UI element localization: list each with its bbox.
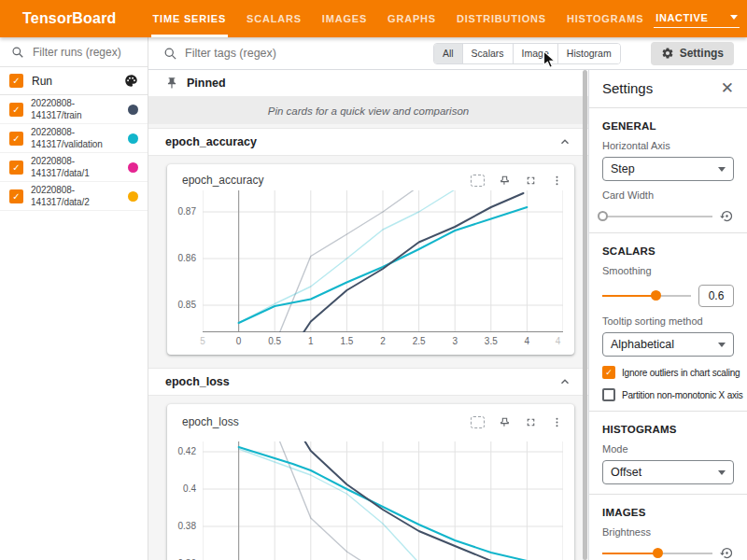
chart-plot-area[interactable] bbox=[203, 441, 563, 560]
runs-filter-input[interactable]: Filter runs (regex) bbox=[33, 46, 121, 59]
ignore-outliers-checkbox[interactable]: ✓ bbox=[602, 366, 615, 379]
card-title: epoch_loss bbox=[182, 415, 239, 428]
fullscreen-icon[interactable] bbox=[525, 175, 537, 187]
partition-x-axis-checkbox[interactable] bbox=[602, 388, 615, 401]
tab-scalars[interactable]: SCALARS bbox=[236, 0, 312, 37]
card-actions bbox=[471, 175, 563, 187]
histogram-mode-select[interactable]: Offset bbox=[602, 460, 734, 484]
right-column: Filter tags (regex) All Scalars Image Hi… bbox=[148, 37, 747, 560]
data-table-toggle-icon[interactable] bbox=[471, 416, 485, 428]
pin-icon[interactable] bbox=[499, 416, 511, 428]
data-table-toggle-icon[interactable] bbox=[471, 175, 485, 187]
filter-chip-scalars[interactable]: Scalars bbox=[462, 44, 513, 63]
run-row[interactable]: ✓ 20220808-141317/data/2 bbox=[0, 182, 148, 211]
kebab-menu-icon[interactable] bbox=[551, 175, 563, 187]
chevron-up-icon[interactable] bbox=[558, 375, 571, 388]
run-name: 20220808-141317/train bbox=[31, 97, 120, 121]
pinned-header: Pinned bbox=[148, 70, 588, 97]
smoothing-slider[interactable] bbox=[602, 289, 691, 302]
close-icon[interactable]: ✕ bbox=[721, 80, 734, 96]
fullscreen-icon[interactable] bbox=[525, 416, 537, 428]
card-width-slider[interactable] bbox=[602, 210, 712, 223]
filter-chip-all[interactable]: All bbox=[434, 44, 462, 63]
select-all-runs-checkbox[interactable]: ✓ bbox=[9, 74, 23, 88]
tooltip-sorting-select[interactable]: Alphabetical bbox=[602, 332, 734, 357]
tags-filter-input[interactable]: Filter tags (regex) bbox=[185, 47, 276, 60]
content-row: Filter runs (regex) ✓ Run ✓ 20220808-141… bbox=[0, 37, 747, 560]
pin-icon[interactable] bbox=[499, 175, 511, 187]
run-row[interactable]: ✓ 20220808-141317/data/1 bbox=[0, 153, 148, 182]
axis-tick-label: 2.5 bbox=[405, 336, 433, 346]
tooltip-sorting-label: Tooltip sorting method bbox=[602, 315, 734, 327]
runs-filter-row: Filter runs (regex) bbox=[0, 37, 148, 67]
section-body: epoch_accuracy 0.850.860.8700.511.522.53… bbox=[148, 156, 588, 368]
tensorboard-app: TensorBoard TIME SERIES SCALARS IMAGES G… bbox=[0, 0, 747, 560]
run-checkbox[interactable]: ✓ bbox=[9, 103, 23, 117]
tab-graphs[interactable]: GRAPHS bbox=[377, 0, 446, 37]
run-row[interactable]: ✓ 20220808-141317/train bbox=[0, 95, 148, 124]
cards-scroll-area: Pinned Pin cards for a quick view and co… bbox=[148, 70, 588, 560]
reset-icon[interactable] bbox=[720, 546, 734, 560]
vertical-scrollbar[interactable] bbox=[583, 70, 587, 560]
run-color-dot bbox=[128, 162, 138, 173]
axis-tick-label: 0.5 bbox=[261, 336, 289, 346]
card-width-row bbox=[602, 209, 734, 223]
axis-tick-label: 0.4 bbox=[167, 483, 196, 494]
settings-button[interactable]: Settings bbox=[651, 42, 734, 65]
axis-tick-label: 0.86 bbox=[167, 253, 196, 263]
line-chart-epoch-loss[interactable]: 0.360.380.40.42 bbox=[167, 432, 574, 560]
chevron-down-icon bbox=[718, 343, 726, 347]
card-header: epoch_accuracy bbox=[167, 164, 574, 189]
reset-icon[interactable] bbox=[720, 209, 734, 223]
chevron-down-icon bbox=[730, 15, 738, 20]
brightness-label: Brightness bbox=[602, 526, 734, 538]
tab-histograms[interactable]: HISTOGRAMS bbox=[557, 0, 654, 37]
run-name: 20220808-141317/data/1 bbox=[31, 155, 120, 179]
run-checkbox[interactable]: ✓ bbox=[9, 161, 23, 175]
run-status-label: INACTIVE bbox=[655, 12, 708, 23]
run-status-select[interactable]: INACTIVE bbox=[654, 10, 740, 28]
chart-plot-area[interactable] bbox=[203, 190, 563, 332]
series-raw-validation bbox=[239, 190, 454, 323]
ignore-outliers-label: Ignore outliers in chart scaling bbox=[622, 368, 740, 378]
scalar-card-epoch-loss: epoch_loss 0.360.380.40.42 bbox=[167, 404, 574, 560]
chevron-down-icon bbox=[718, 470, 726, 475]
ignore-outliers-row[interactable]: ✓ Ignore outliers in chart scaling bbox=[602, 366, 734, 379]
palette-icon[interactable] bbox=[124, 74, 138, 88]
run-checkbox[interactable]: ✓ bbox=[9, 189, 23, 203]
line-chart-epoch-accuracy[interactable]: 0.850.860.8700.511.522.533.5454 bbox=[167, 189, 574, 355]
section-header-epoch-accuracy[interactable]: epoch_accuracy bbox=[148, 128, 588, 156]
section-header-epoch-loss[interactable]: epoch_loss bbox=[148, 368, 588, 396]
runs-column-label: Run bbox=[32, 75, 116, 88]
partition-x-axis-row[interactable]: Partition non-monotonic X axis ? bbox=[602, 388, 734, 401]
filter-chip-histogram[interactable]: Histogram bbox=[557, 44, 620, 63]
settings-heading-general: GENERAL bbox=[602, 120, 734, 132]
mouse-cursor bbox=[543, 50, 557, 70]
search-icon bbox=[11, 46, 24, 59]
run-color-dot bbox=[128, 105, 138, 115]
settings-panel-title: Settings bbox=[602, 80, 653, 96]
axis-tick-label: 4 bbox=[513, 336, 541, 346]
horizontal-axis-select[interactable]: Step bbox=[602, 157, 734, 181]
smoothing-row: 0.6 bbox=[602, 285, 734, 307]
app-logo: TensorBoard bbox=[22, 10, 117, 27]
run-checkbox[interactable]: ✓ bbox=[9, 132, 23, 146]
section-title: epoch_accuracy bbox=[165, 135, 257, 148]
smoothing-value-input[interactable]: 0.6 bbox=[698, 285, 734, 307]
chevron-up-icon[interactable] bbox=[558, 135, 571, 148]
brightness-slider[interactable] bbox=[602, 547, 712, 560]
run-color-dot bbox=[128, 191, 138, 202]
app-header: TensorBoard TIME SERIES SCALARS IMAGES G… bbox=[0, 0, 747, 37]
tab-distributions[interactable]: DISTRIBUTIONS bbox=[446, 0, 557, 37]
divider bbox=[589, 494, 747, 495]
tab-images[interactable]: IMAGES bbox=[312, 0, 377, 37]
horizontal-axis-label: Horizontal Axis bbox=[602, 140, 734, 151]
settings-heading-images: IMAGES bbox=[602, 507, 734, 518]
header-controls: INACTIVE ? bbox=[654, 10, 747, 28]
axis-tick-label: 0.87 bbox=[167, 206, 196, 217]
tab-time-series[interactable]: TIME SERIES bbox=[143, 0, 236, 37]
card-title: epoch_accuracy bbox=[182, 174, 263, 187]
run-row[interactable]: ✓ 20220808-141317/validation bbox=[0, 124, 148, 153]
scalar-card-epoch-accuracy: epoch_accuracy 0.850.860.8700.511.522.53… bbox=[167, 164, 574, 355]
kebab-menu-icon[interactable] bbox=[551, 416, 563, 428]
